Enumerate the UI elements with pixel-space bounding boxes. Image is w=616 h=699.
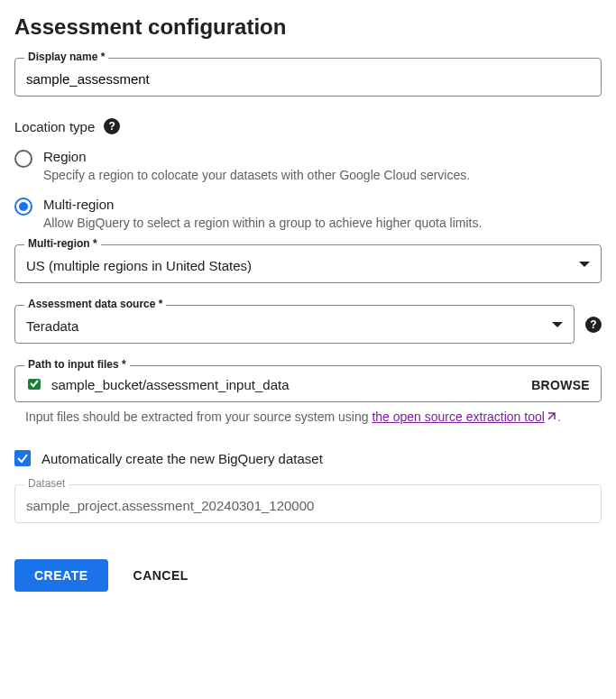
- radio-region-control[interactable]: [14, 150, 32, 168]
- location-type-title: Location type: [14, 119, 95, 134]
- display-name-field[interactable]: Display name *: [14, 58, 602, 97]
- radio-multiregion-desc: Allow BigQuery to select a region within…: [43, 216, 482, 230]
- external-link-icon: [545, 409, 557, 428]
- cancel-button[interactable]: CANCEL: [133, 568, 188, 583]
- page-title: Assessment configuration: [14, 14, 602, 40]
- radio-region-label: Region: [43, 149, 470, 164]
- browse-button[interactable]: BROWSE: [531, 378, 590, 392]
- path-label: Path to input files *: [24, 358, 130, 371]
- radio-multiregion[interactable]: Multi-region Allow BigQuery to select a …: [14, 197, 602, 230]
- help-icon[interactable]: ?: [585, 317, 602, 333]
- multiregion-label: Multi-region *: [24, 237, 101, 250]
- radio-multiregion-control[interactable]: [14, 198, 32, 216]
- data-source-value[interactable]: Teradata: [15, 306, 574, 343]
- auto-create-label: Automatically create the new BigQuery da…: [41, 451, 323, 466]
- help-icon[interactable]: ?: [104, 118, 120, 134]
- dataset-input: [15, 485, 601, 522]
- dataset-label: Dataset: [24, 477, 69, 490]
- data-source-select[interactable]: Assessment data source * Teradata: [14, 305, 575, 344]
- radio-region[interactable]: Region Specify a region to colocate your…: [14, 149, 602, 182]
- radio-region-desc: Specify a region to colocate your datase…: [43, 168, 470, 182]
- bucket-icon: [26, 375, 42, 394]
- dataset-field: Dataset: [14, 484, 602, 523]
- data-source-label: Assessment data source *: [24, 298, 166, 310]
- multiregion-select[interactable]: Multi-region * US (multiple regions in U…: [14, 244, 602, 283]
- create-button[interactable]: CREATE: [14, 559, 108, 592]
- multiregion-value[interactable]: US (multiple regions in United States): [15, 245, 601, 282]
- display-name-label: Display name *: [24, 51, 108, 63]
- path-field[interactable]: Path to input files * sample_bucket/asse…: [14, 365, 602, 402]
- display-name-input[interactable]: [15, 59, 601, 96]
- auto-create-checkbox[interactable]: [14, 450, 31, 466]
- radio-multiregion-label: Multi-region: [43, 197, 482, 212]
- path-hint: Input files should be extracted from you…: [25, 408, 602, 428]
- path-value: sample_bucket/assessment_input_data: [51, 377, 522, 392]
- extraction-tool-link[interactable]: the open source extraction tool: [372, 409, 556, 424]
